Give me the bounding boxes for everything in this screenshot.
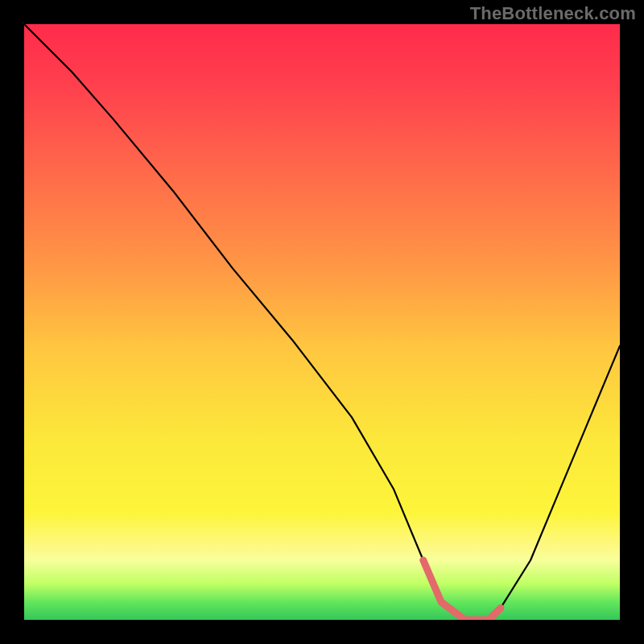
watermark-text: TheBottleneck.com (470, 3, 636, 24)
minimum-plateau-highlight (423, 560, 501, 620)
bottleneck-curve-path (24, 24, 620, 620)
plot-area (24, 24, 620, 620)
curve-svg (24, 24, 620, 620)
chart-frame: TheBottleneck.com (0, 0, 644, 644)
